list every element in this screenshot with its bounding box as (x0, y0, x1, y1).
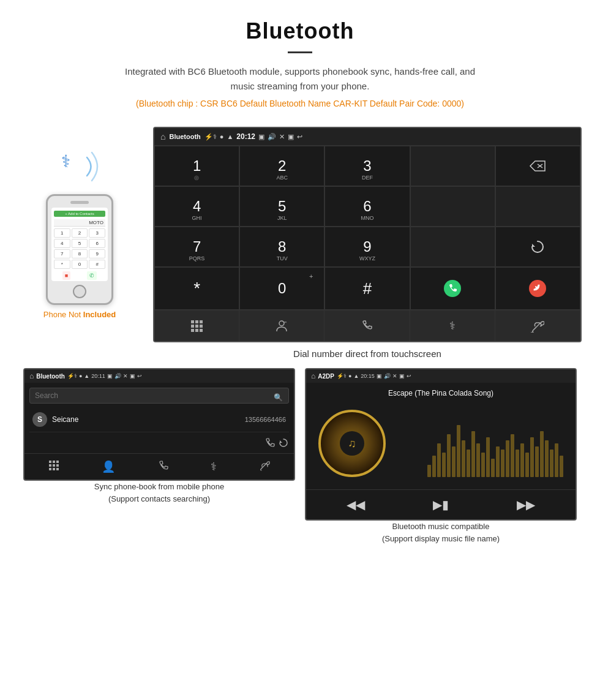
svg-point-15 (279, 321, 284, 326)
contact-initial: S (32, 412, 47, 427)
viz-bar (442, 453, 446, 477)
dial-delete[interactable] (495, 146, 580, 186)
viz-bar (525, 453, 529, 477)
dial-refresh[interactable] (495, 227, 580, 267)
phone-key-star: * (54, 260, 70, 269)
music-status-right: ⚕ ● ▲ 20:15 ▣ 🔊 ✕ ▣ ↩ (343, 373, 411, 379)
top-section: ⚕ + Add to Contacts MOTO 1 2 3 4 5 6 (0, 121, 600, 368)
dial-key-0[interactable]: 0 + (239, 267, 324, 310)
contacts-screen-wrapper: ⌂ Bluetooth ⚡ ⚕ ● ▲ 20:11 ▣ 🔊 ✕ ▣ ↩ (18, 368, 300, 544)
status-bar-left: ⌂ Bluetooth ⚡ (160, 132, 213, 141)
svg-rect-10 (195, 325, 198, 328)
svg-rect-11 (200, 325, 203, 328)
dial-key-4[interactable]: 4 GHI (154, 186, 239, 227)
dial-key-hash[interactable]: # (324, 267, 410, 310)
music-play-pause-icon[interactable]: ▶▮ (433, 497, 449, 512)
close-icon[interactable]: ✕ (279, 133, 285, 141)
bottom-phone-icon[interactable] (324, 310, 410, 341)
home-icon[interactable]: ⌂ (160, 132, 165, 141)
contacts-action-icons (24, 437, 294, 453)
contacts-bottom-phone-icon[interactable] (157, 460, 168, 473)
contacts-search-icon[interactable]: 🔍 (274, 393, 283, 402)
link-icon (531, 319, 544, 333)
window-icon[interactable]: ▣ (288, 133, 294, 141)
contacts-cam-icon[interactable]: ▣ (107, 373, 113, 379)
music-next-icon[interactable]: ▶▶ (517, 497, 535, 512)
svg-rect-7 (195, 320, 198, 323)
phone-key-5: 5 (72, 239, 88, 248)
contacts-back-icon[interactable]: ↩ (137, 373, 142, 379)
dial-key-8[interactable]: 8 TUV (239, 227, 324, 267)
dial-key-1[interactable]: 1 ◎ (154, 146, 239, 186)
svg-rect-24 (56, 464, 59, 467)
music-vol-icon[interactable]: 🔊 (384, 373, 391, 379)
dial-key-6[interactable]: 6 MNO (324, 186, 410, 227)
svg-rect-23 (53, 464, 55, 467)
viz-bar (491, 459, 495, 477)
contact-refresh-icon[interactable] (278, 437, 289, 450)
svg-rect-12 (191, 329, 194, 332)
phone-keypad: 1 2 3 4 5 6 7 8 9 * 0 # (54, 228, 105, 269)
contacts-x-icon[interactable]: ✕ (123, 373, 128, 379)
music-cam-icon[interactable]: ▣ (377, 373, 382, 379)
contact-row-seicane[interactable]: S Seicane 13566664466 (29, 407, 289, 432)
viz-bar (486, 437, 490, 477)
contacts-loc-icon: ● (79, 373, 82, 379)
phone-key-0: 0 (72, 260, 88, 269)
dial-hangup-btn[interactable] (495, 267, 580, 310)
bottom-link-icon[interactable] (495, 310, 580, 341)
svg-rect-8 (200, 320, 203, 323)
dial-key-3[interactable]: 3 DEF (324, 146, 410, 186)
contacts-bt-icon: ⚕ (74, 373, 77, 379)
svg-rect-6 (191, 320, 194, 323)
dial-key-star[interactable]: * (154, 267, 239, 310)
phone-aside: ⚕ + Add to Contacts MOTO 1 2 3 4 5 6 (18, 127, 141, 319)
dial-key-7[interactable]: 7 PQRS (154, 227, 239, 267)
contacts-bottom-grid-icon[interactable] (48, 460, 59, 473)
viz-bar (452, 446, 456, 477)
page-header: Bluetooth Integrated with BC6 Bluetooth … (0, 0, 600, 121)
music-back-icon[interactable]: ↩ (407, 373, 411, 379)
viz-bar (457, 425, 460, 477)
dial-key-5[interactable]: 5 JKL (239, 186, 324, 227)
music-home-icon[interactable]: ⌂ (311, 372, 315, 380)
svg-marker-3 (532, 244, 535, 247)
contacts-win-icon[interactable]: ▣ (130, 373, 135, 379)
phone-key-7: 7 (54, 249, 70, 258)
phone-action-bar: ■ ✆ (54, 271, 105, 280)
dial-empty-3 (495, 186, 580, 227)
contacts-home-icon[interactable]: ⌂ (29, 372, 34, 380)
bottom-keypad-icon[interactable] (154, 310, 239, 341)
music-prev-icon[interactable]: ◀◀ (347, 497, 365, 512)
dial-call-btn[interactable] (410, 267, 495, 310)
contacts-vol-icon[interactable]: 🔊 (114, 373, 121, 379)
viz-bar (462, 440, 465, 477)
contacts-search-input[interactable] (29, 388, 289, 404)
header-specs: (Bluetooth chip : CSR BC6 Default Blueto… (12, 99, 588, 108)
music-x-icon[interactable]: ✕ (392, 373, 397, 379)
bottom-bluetooth-icon[interactable]: ⚕ (410, 310, 495, 341)
svg-rect-14 (200, 329, 203, 332)
volume-icon[interactable]: 🔊 (268, 133, 276, 141)
contacts-bottom-bt-icon[interactable]: ⚕ (211, 460, 217, 473)
location-icon: ● (220, 133, 224, 140)
back-icon[interactable]: ↩ (297, 133, 302, 141)
contacts-status-right: ⚕ ● ▲ 20:11 ▣ 🔊 ✕ ▣ ↩ (74, 373, 142, 379)
music-win-icon[interactable]: ▣ (399, 373, 405, 379)
android-dialpad-screen: ⌂ Bluetooth ⚡ ⚕ ● ▲ 20:12 ▣ 🔊 ✕ ▣ ↩ (153, 127, 582, 342)
bottom-contacts-icon[interactable] (239, 310, 324, 341)
phone-key-hash: # (89, 260, 105, 269)
contacts-bottom-person-icon[interactable]: 👤 (102, 460, 115, 473)
music-controls: ◀◀ ▶▮ ▶▶ (306, 489, 576, 519)
dial-key-2[interactable]: 2 ABC (239, 146, 324, 186)
header-description: Integrated with BC6 Bluetooth module, su… (116, 64, 484, 94)
dialpad: 1 ◎ 2 ABC 3 DEF (154, 145, 580, 310)
dialpad-bottom-bar: ⚕ (154, 310, 580, 341)
status-time: 20:12 (236, 132, 255, 141)
contacts-status-bar: ⌂ Bluetooth ⚡ ⚕ ● ▲ 20:11 ▣ 🔊 ✕ ▣ ↩ (24, 369, 294, 383)
camera-icon[interactable]: ▣ (258, 133, 264, 141)
svg-rect-26 (53, 468, 55, 470)
dial-key-9[interactable]: 9 WXYZ (324, 227, 410, 267)
contacts-bottom-link-icon[interactable] (259, 460, 270, 473)
contact-call-icon[interactable] (264, 437, 275, 450)
